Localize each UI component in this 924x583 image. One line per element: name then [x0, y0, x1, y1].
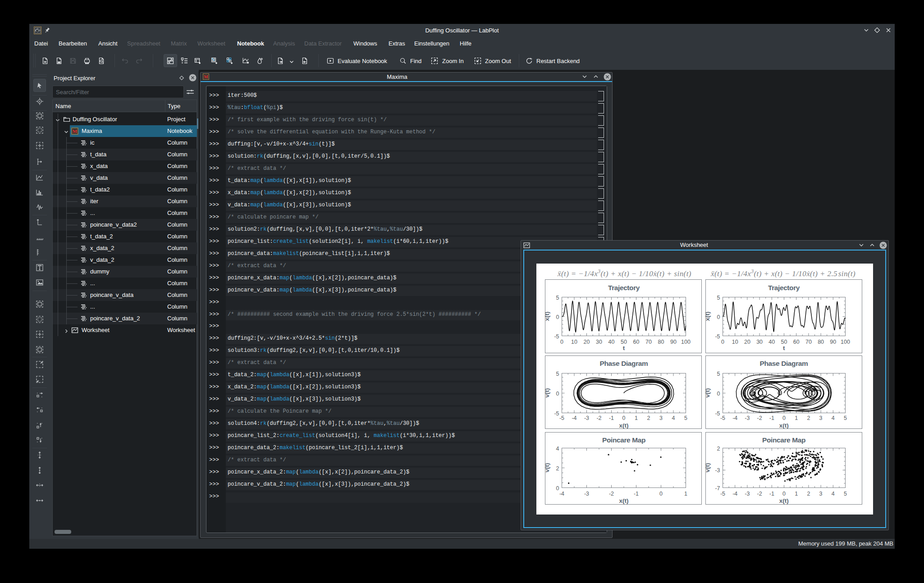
svg-text:100: 100	[841, 339, 850, 345]
svg-text:20: 20	[584, 339, 590, 345]
svg-text:Poincare Map: Poincare Map	[602, 436, 645, 444]
svg-text:x(t): x(t)	[619, 497, 629, 504]
svg-text:2: 2	[647, 415, 650, 421]
svg-text:2: 2	[807, 415, 810, 421]
svg-text:-2: -2	[757, 415, 762, 421]
svg-text:x(t): x(t)	[619, 422, 629, 429]
svg-text:Phase Diagram: Phase Diagram	[600, 360, 648, 367]
svg-text:-3: -3	[584, 415, 589, 421]
svg-text:-5: -5	[554, 410, 559, 417]
svg-text:2: 2	[717, 446, 720, 452]
svg-text:70: 70	[645, 339, 652, 345]
svg-text:-4: -4	[559, 491, 564, 497]
svg-text:4: 4	[672, 415, 675, 421]
svg-text:3: 3	[819, 491, 823, 497]
svg-text:0: 0	[556, 314, 559, 320]
svg-text:-4: -4	[572, 415, 576, 421]
svg-text:4: 4	[832, 491, 835, 497]
svg-text:40: 40	[768, 339, 775, 345]
svg-text:x(t): x(t)	[779, 497, 789, 504]
svg-text:5: 5	[717, 295, 720, 301]
svg-text:-5: -5	[715, 410, 720, 417]
svg-text:0: 0	[622, 415, 626, 421]
svg-text:2: 2	[556, 465, 559, 472]
svg-text:-1: -1	[769, 415, 774, 421]
svg-text:0: 0	[556, 391, 559, 397]
svg-text:Trajectory: Trajectory	[608, 284, 640, 292]
svg-text:60: 60	[793, 339, 800, 345]
svg-text:x(t): x(t)	[544, 312, 550, 321]
svg-text:3: 3	[659, 415, 663, 421]
svg-text:70: 70	[805, 339, 812, 345]
svg-text:1: 1	[795, 491, 798, 497]
svg-text:0: 0	[560, 339, 563, 345]
svg-text:t: t	[623, 345, 625, 351]
svg-text:60: 60	[633, 339, 640, 345]
svg-text:0: 0	[782, 415, 786, 421]
svg-text:Poincare Map: Poincare Map	[762, 436, 805, 444]
svg-text:80: 80	[658, 339, 664, 345]
svg-text:80: 80	[818, 339, 824, 345]
svg-text:-4: -4	[732, 491, 737, 497]
svg-text:x(t): x(t)	[704, 312, 711, 321]
svg-text:10: 10	[732, 339, 738, 345]
svg-text:-2: -2	[596, 415, 601, 421]
svg-text:-1: -1	[609, 415, 614, 421]
svg-text:2: 2	[807, 491, 810, 497]
svg-text:0: 0	[721, 339, 724, 345]
svg-text:-5: -5	[720, 415, 725, 421]
svg-text:100: 100	[681, 339, 691, 345]
svg-text:50: 50	[621, 339, 627, 345]
svg-text:-2: -2	[609, 491, 614, 497]
svg-text:Trajectory: Trajectory	[768, 284, 800, 292]
svg-text:1: 1	[635, 415, 638, 421]
svg-text:10: 10	[571, 339, 577, 345]
svg-text:0: 0	[782, 491, 786, 497]
svg-text:-4: -4	[732, 415, 737, 421]
svg-text:-7: -7	[715, 485, 720, 492]
svg-text:v(t): v(t)	[704, 463, 711, 473]
svg-text:5: 5	[556, 295, 559, 301]
svg-text:0: 0	[717, 391, 720, 397]
svg-text:-3: -3	[745, 415, 750, 421]
svg-text:-2: -2	[757, 491, 762, 497]
svg-text:90: 90	[830, 339, 836, 345]
svg-text:1: 1	[684, 491, 687, 497]
svg-text:5: 5	[684, 415, 687, 421]
svg-text:M: M	[73, 128, 78, 134]
svg-text:30: 30	[596, 339, 602, 345]
svg-text:x(t): x(t)	[779, 422, 789, 429]
svg-text:0: 0	[659, 491, 663, 497]
svg-text:-1: -1	[634, 491, 639, 497]
svg-text:-5: -5	[720, 491, 725, 497]
svg-text:-1: -1	[769, 491, 774, 497]
svg-text:Phase Diagram: Phase Diagram	[760, 360, 808, 367]
svg-text:1: 1	[795, 415, 798, 421]
svg-text:v(t): v(t)	[704, 388, 711, 398]
svg-text:-3: -3	[715, 467, 720, 474]
svg-text:5: 5	[844, 415, 847, 421]
svg-text:5: 5	[556, 371, 559, 377]
svg-text:-5: -5	[554, 333, 559, 340]
svg-text:v(t): v(t)	[544, 463, 550, 473]
svg-text:3: 3	[819, 415, 823, 421]
svg-text:90: 90	[670, 339, 677, 345]
svg-text:30: 30	[756, 339, 763, 345]
svg-text:-3: -3	[584, 491, 589, 497]
svg-text:t: t	[783, 345, 785, 351]
svg-text:50: 50	[781, 339, 787, 345]
svg-text:40: 40	[608, 339, 615, 345]
svg-text:-3: -3	[745, 491, 750, 497]
svg-text:v(t): v(t)	[544, 388, 550, 398]
svg-text:4: 4	[556, 446, 559, 452]
svg-text:5: 5	[717, 371, 720, 377]
svg-text:-5: -5	[715, 333, 720, 340]
svg-text:20: 20	[744, 339, 750, 345]
svg-text:-5: -5	[559, 415, 564, 421]
svg-text:5: 5	[844, 491, 847, 497]
svg-text:0: 0	[717, 314, 720, 320]
svg-text:4: 4	[832, 415, 835, 421]
svg-text:0: 0	[556, 485, 559, 492]
